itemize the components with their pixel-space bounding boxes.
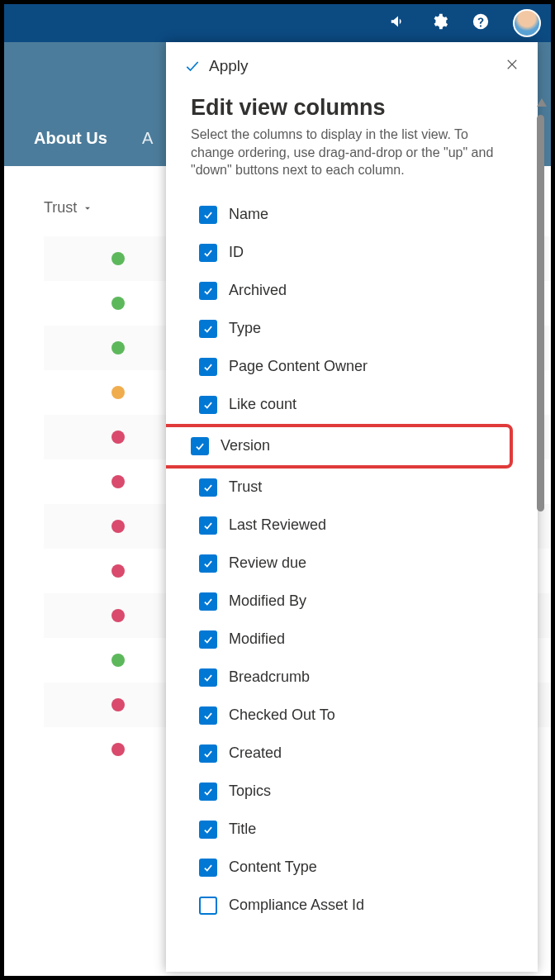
nav-item-about-us[interactable]: About Us [34,129,107,148]
column-checkbox[interactable] [199,859,217,877]
column-label: Last Reviewed [229,516,326,534]
column-item[interactable]: Type [191,310,513,348]
column-label: Trust [229,478,262,496]
panel-body: Edit view columns Select the columns to … [166,83,538,972]
status-dot [111,564,125,578]
column-label: Topics [229,783,271,800]
scroll-thumb[interactable] [537,115,544,511]
avatar[interactable] [513,9,541,37]
column-label: Version [221,437,270,454]
column-item[interactable]: Content Type [191,849,513,887]
column-checkbox[interactable] [199,630,217,649]
column-label: Checked Out To [229,706,335,724]
close-icon [505,57,519,72]
column-label: Modified [229,630,285,648]
column-item[interactable]: Checked Out To [191,697,513,735]
column-item[interactable]: Modified By [191,583,513,621]
apply-label: Apply [209,57,249,75]
column-label: Page Content Owner [229,358,368,375]
column-item[interactable]: Page Content Owner [191,348,513,386]
panel-header: Apply [166,42,538,83]
status-dot [111,386,125,399]
column-item[interactable]: Breadcrumb [191,659,513,697]
column-label: Modified By [229,592,306,610]
column-item[interactable]: Trust [191,469,513,507]
column-label: Content Type [229,859,317,876]
column-label: Compliance Asset Id [229,897,364,914]
status-dot [111,431,125,444]
apply-button[interactable]: Apply [184,57,249,75]
column-item[interactable]: Review due [191,545,513,583]
column-label: Review due [229,554,306,572]
edit-columns-panel: Apply Edit view columns Select the colum… [166,42,538,972]
status-dot [111,698,125,711]
status-dot [111,520,125,533]
nav-item-partial[interactable]: A [142,129,153,148]
column-label: Breadcrumb [229,668,310,686]
status-dot [111,654,125,667]
column-item[interactable]: Topics [191,773,513,811]
column-label: Like count [229,396,296,413]
column-label: Title [229,821,256,838]
column-checkbox[interactable] [191,437,209,455]
column-checkbox[interactable] [199,592,217,611]
column-label: Archived [229,282,287,299]
column-item[interactable]: Title [191,811,513,849]
panel-title: Edit view columns [191,95,513,121]
top-bar [4,4,551,42]
column-item[interactable]: Last Reviewed [191,507,513,545]
scrollbar[interactable] [534,42,548,972]
close-button[interactable] [505,57,519,75]
column-checkbox[interactable] [199,821,217,839]
column-item[interactable]: Modified [191,621,513,659]
column-checkbox[interactable] [199,206,217,224]
chevron-down-icon [82,202,93,214]
column-checkbox[interactable] [199,554,217,573]
status-dot [111,609,125,622]
column-item[interactable]: Like count [191,386,513,424]
scroll-up-arrow-icon [537,98,547,107]
column-checkbox[interactable] [199,897,217,915]
column-item[interactable]: ID [191,234,513,272]
status-dot [111,297,125,310]
column-item[interactable]: Archived [191,272,513,310]
column-checkbox[interactable] [199,358,217,376]
column-item[interactable]: Name [191,196,513,234]
column-checkbox[interactable] [199,706,217,725]
column-label: Type [229,320,261,337]
column-label: ID [229,244,244,261]
column-label: Created [229,745,282,762]
column-checkbox[interactable] [199,478,217,497]
column-checkbox[interactable] [199,396,217,414]
column-label: Name [229,206,268,223]
help-icon[interactable] [472,12,490,34]
column-checkbox[interactable] [199,244,217,262]
status-dot [111,475,125,488]
column-checkbox[interactable] [199,783,217,801]
column-checkbox[interactable] [199,516,217,535]
status-dot [111,743,125,756]
column-item[interactable]: Compliance Asset Id [191,887,513,925]
column-checkbox[interactable] [199,745,217,763]
column-checkbox[interactable] [199,668,217,687]
column-item[interactable]: Created [191,735,513,773]
megaphone-icon[interactable] [389,12,407,34]
status-dot [111,341,125,354]
status-dot [111,252,125,265]
panel-description: Select the columns to display in the lis… [191,126,513,179]
checkmark-icon [184,58,201,74]
column-header-label: Trust [44,199,77,216]
column-checkbox[interactable] [199,282,217,300]
gear-icon[interactable] [430,12,448,34]
column-list: NameIDArchivedTypePage Content OwnerLike… [191,196,513,925]
column-item[interactable]: Version [166,424,513,469]
column-checkbox[interactable] [199,320,217,338]
